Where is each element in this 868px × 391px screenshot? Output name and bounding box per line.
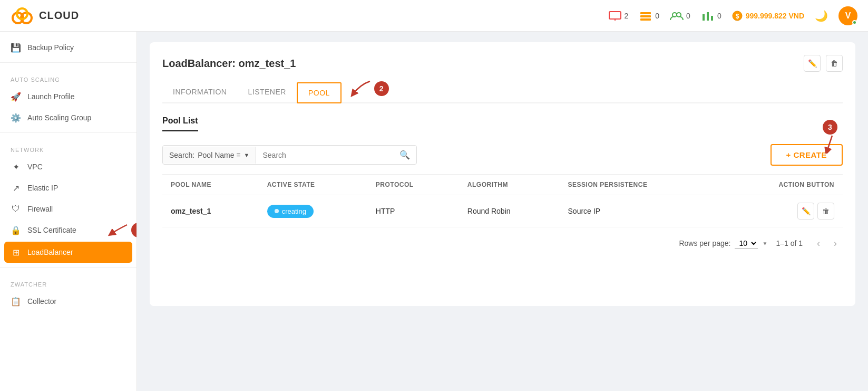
theme-toggle[interactable]: 🌙 [815,9,828,22]
sidebar-item-vpc[interactable]: ✦ VPC [0,156,136,177]
dropdown-chevron: ▼ [762,241,767,246]
sidebar-item-launch-profile[interactable]: 🚀 Launch Profile [0,86,136,107]
sidebar-item-auto-scaling-group[interactable]: ⚙️ Auto Scaling Group [0,107,136,128]
sidebar-item-backup-policy[interactable]: 💾 Backup Policy [0,37,136,58]
sidebar-label-vpc: VPC [27,163,43,171]
balance-display[interactable]: $ 999.999.822 VND [732,11,804,21]
create-area: 3 + CREATE [771,144,843,166]
tab-bar: INFORMATION LISTENER POOL 2 [162,82,843,103]
create-button[interactable]: + CREATE [771,144,843,166]
backup-policy-icon: 💾 [11,42,21,53]
svg-rect-12 [707,12,709,21]
stats-badge[interactable]: 0 [701,11,721,21]
col-pool-name: POOL NAME [162,175,259,195]
divider-1 [0,62,136,63]
rows-per-page-select[interactable]: 10 25 50 [735,239,758,249]
col-protocol: PROTOCOL [367,175,459,195]
sidebar-label-load-balancer: LoadBalancer [27,248,73,256]
rows-per-page: Rows per page: 10 25 50 ▼ [679,239,767,249]
elastic-ip-icon: ↗ [11,183,21,193]
monitor-icon [608,11,622,21]
collector-icon: 📋 [11,296,21,307]
ssl-certificate-icon: 🔒 [11,225,21,235]
app-name: CLOUD [39,9,79,22]
stack-badge[interactable]: 0 [639,11,659,21]
content-card: LoadBalancer: omz_test_1 ✏️ 🗑 INFORMATIO… [150,42,855,306]
divider-2 [0,132,136,133]
vpc-icon: ✦ [11,161,21,172]
monitor-count: 2 [625,12,629,20]
coin-icon: $ [732,11,743,21]
svg-rect-11 [703,14,705,21]
sidebar-label-launch-profile: Launch Profile [27,92,75,101]
arrow-2 [345,79,373,98]
sidebar-label-auto-scaling-group: Auto Scaling Group [27,113,91,122]
tab-pool[interactable]: POOL 2 [297,82,342,103]
search-submit-icon[interactable]: 🔍 [393,146,416,164]
logo-icon [11,6,34,25]
svg-rect-6 [640,12,651,14]
user-avatar[interactable]: V [838,6,857,25]
pool-table: POOL NAME ACTIVE STATE PROTOCOL ALGORITH… [162,174,843,227]
launch-profile-icon: 🚀 [11,91,21,102]
row-delete-button[interactable]: 🗑 [817,203,834,220]
cell-pool-name: omz_test_1 [162,195,259,227]
delete-button[interactable]: 🗑 [826,55,843,72]
top-nav: CLOUD 2 0 0 0 [0,0,868,32]
annotation-badge-1: 1 [131,223,137,237]
rows-per-page-label: Rows per page: [679,239,730,247]
row-edit-button[interactable]: ✏️ [797,203,814,220]
divider-3 [0,267,136,268]
main-content: LoadBalancer: omz_test_1 ✏️ 🗑 INFORMATIO… [137,32,868,391]
stack-icon [639,11,652,21]
monitor-badge[interactable]: 2 [608,11,629,21]
sidebar-item-firewall[interactable]: 🛡 Firewall [0,198,136,220]
sidebar-item-elastic-ip[interactable]: ↗ Elastic IP [0,177,136,198]
next-page-button[interactable]: › [828,236,843,251]
pool-list-title: Pool List [162,116,843,133]
card-actions: ✏️ 🗑 [804,55,843,72]
page-info: 1–1 of 1 [776,239,803,247]
search-input[interactable] [256,147,393,164]
col-active-state: ACTIVE STATE [259,175,367,195]
edit-button[interactable]: ✏️ [804,55,821,72]
search-row: Search: Pool Name = ▼ 🔍 3 [162,144,843,166]
card-header: LoadBalancer: omz_test_1 ✏️ 🗑 [162,55,843,72]
load-balancer-icon: ⊞ [11,247,21,258]
cell-actions: ✏️ 🗑 [721,195,843,227]
search-label[interactable]: Search: Pool Name = ▼ [163,147,256,164]
tab-listener[interactable]: LISTENER [237,82,296,103]
balance-amount: 999.999.822 VND [746,12,804,20]
cell-algorithm: Round Robin [459,195,560,227]
col-action-button: ACTION BUTTON [721,175,843,195]
svg-rect-7 [640,15,651,17]
sidebar-label-backup-policy: Backup Policy [27,43,74,52]
stats-icon [701,11,715,21]
main-layout: 💾 Backup Policy AUTO SCALING 🚀 Launch Pr… [0,32,868,391]
dropdown-icon: ▼ [244,152,250,158]
section-network: NETWORK [0,137,136,156]
stack-count: 0 [655,12,659,20]
sidebar: 💾 Backup Policy AUTO SCALING 🚀 Launch Pr… [0,32,137,391]
cell-protocol: HTTP [367,195,459,227]
users-badge[interactable]: 0 [670,11,690,21]
svg-rect-3 [609,12,621,19]
sidebar-label-ssl-certificate: SSL Certificate [27,226,76,234]
status-dot [275,209,279,213]
sidebar-label-firewall: Firewall [27,205,53,213]
users-icon [670,11,684,21]
sidebar-item-load-balancer[interactable]: ⊞ LoadBalancer [4,242,132,263]
table-row: omz_test_1 creating HTTP Round Robin Sou… [162,195,843,227]
annotation-badge-2: 2 [374,81,389,96]
prev-page-button[interactable]: ‹ [811,236,826,251]
sidebar-item-collector[interactable]: 📋 Collector [0,291,136,312]
sidebar-item-ssl-certificate[interactable]: 🔒 SSL Certificate 1 [0,220,136,241]
col-algorithm: ALGORITHM [459,175,560,195]
firewall-icon: 🛡 [11,204,21,214]
search-container: Search: Pool Name = ▼ 🔍 [162,145,417,165]
cell-session-persistence: Source IP [560,195,721,227]
tab-information[interactable]: INFORMATION [162,82,237,103]
arrow-1 [106,222,129,238]
page-nav: ‹ › [811,236,843,251]
logo-area: CLOUD [11,6,116,25]
